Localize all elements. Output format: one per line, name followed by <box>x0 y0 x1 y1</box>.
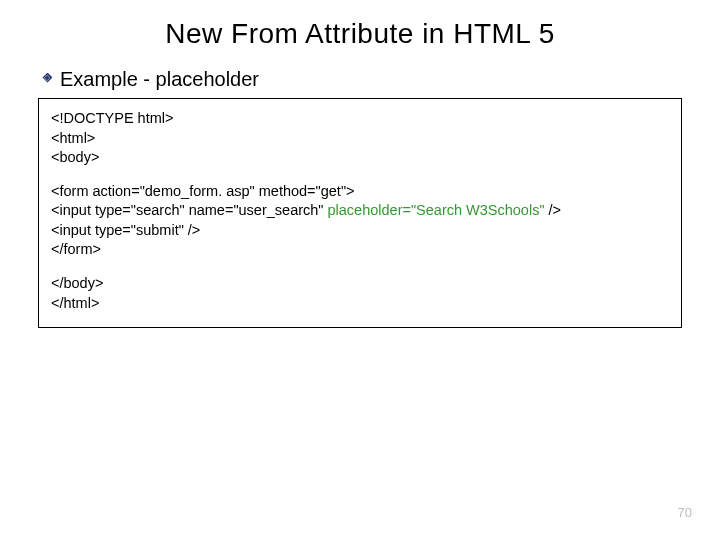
code-line: <body> <box>51 148 669 168</box>
code-line: <!DOCTYPE html> <box>51 109 669 129</box>
code-line: <input type="search" name="user_search" … <box>51 201 669 221</box>
code-line: <html> <box>51 129 669 149</box>
highlighted-attribute: placeholder="Search W3Schools" <box>328 202 545 218</box>
code-line: </form> <box>51 240 669 260</box>
code-example-box: <!DOCTYPE html> <html> <body> <form acti… <box>38 98 682 328</box>
code-paragraph-3: </body> </html> <box>51 274 669 313</box>
code-line: <form action="demo_form. asp" method="ge… <box>51 182 669 202</box>
code-line: <input type="submit" /> <box>51 221 669 241</box>
code-paragraph-1: <!DOCTYPE html> <html> <body> <box>51 109 669 168</box>
code-line: </html> <box>51 294 669 314</box>
bullet-row: Example - placeholder <box>38 68 259 91</box>
bullet-label: Example - placeholder <box>60 68 259 91</box>
code-paragraph-2: <form action="demo_form. asp" method="ge… <box>51 182 669 260</box>
page-number: 70 <box>678 505 692 520</box>
slide-title: New From Attribute in HTML 5 <box>0 18 720 50</box>
code-line: </body> <box>51 274 669 294</box>
diamond-bullet-icon <box>38 73 52 87</box>
